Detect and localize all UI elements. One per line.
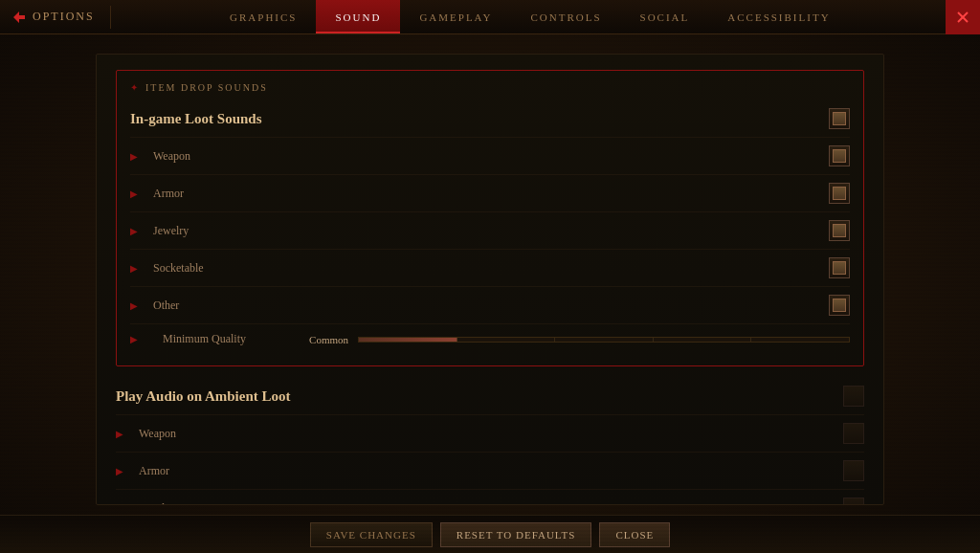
tab-sound[interactable]: Sound [316, 0, 400, 33]
armor-label: Armor [147, 187, 829, 201]
setting-row-other: ▶ Other [130, 287, 850, 324]
ambient-armor-label: Armor [133, 464, 843, 478]
close-icon [956, 11, 969, 24]
ambient-jewelry-chevron-icon: ▶ [116, 503, 129, 505]
options-label: OPTIONS [33, 10, 95, 24]
back-button[interactable]: OPTIONS [0, 0, 106, 33]
main-content: ✦ ITEM DROP SOUNDS In-game Loot Sounds ▶… [0, 34, 980, 515]
setting-row-ambient-jewelry: ▶ Jewelry [116, 490, 864, 504]
top-nav: OPTIONS Graphics Sound Gameplay Controls… [0, 0, 980, 34]
settings-scroll[interactable]: ✦ ITEM DROP SOUNDS In-game Loot Sounds ▶… [97, 55, 883, 504]
ambient-armor-checkbox[interactable] [843, 460, 864, 481]
setting-row-ambient-loot: Play Audio on Ambient Loot [116, 382, 864, 415]
slider-segments [359, 338, 849, 342]
other-label: Other [147, 299, 829, 313]
in-game-loot-checkbox[interactable] [829, 108, 850, 129]
weapon-chevron-icon: ▶ [130, 151, 144, 162]
ambient-loot-checkbox[interactable] [843, 386, 864, 407]
tab-accessibility[interactable]: Accessibility [708, 0, 849, 33]
minimum-quality-value: Common [301, 334, 348, 345]
setting-row-ambient-weapon: ▶ Weapon [116, 415, 864, 453]
slider-segment-4 [654, 338, 752, 342]
slider-segment-3 [555, 338, 654, 342]
bottom-bar: Save Changes Reset to Defaults Close [0, 515, 980, 553]
setting-row-ambient-armor: ▶ Armor [116, 453, 864, 490]
setting-row-weapon: ▶ Weapon [130, 138, 850, 175]
ambient-loot-label: Play Audio on Ambient Loot [116, 388, 843, 405]
setting-row-armor: ▶ Armor [130, 175, 850, 212]
ambient-weapon-checkbox[interactable] [843, 423, 864, 444]
section-title-item-drop: ITEM DROP SOUNDS [145, 82, 268, 93]
ambient-armor-chevron-icon: ▶ [116, 466, 129, 476]
close-button[interactable]: Close [599, 522, 670, 547]
nav-tabs: Graphics Sound Gameplay Controls Social … [115, 0, 946, 33]
quality-chevron-icon: ▶ [130, 334, 144, 344]
tab-social[interactable]: Social [621, 0, 709, 33]
armor-chevron-icon: ▶ [130, 188, 144, 199]
ambient-weapon-label: Weapon [133, 427, 843, 441]
slider-segment-5 [751, 338, 849, 342]
armor-checkbox[interactable] [829, 183, 850, 204]
ambient-jewelry-label: Jewelry [133, 501, 843, 505]
slider-segment-2 [457, 338, 556, 342]
settings-panel: ✦ ITEM DROP SOUNDS In-game Loot Sounds ▶… [96, 54, 884, 505]
tab-controls[interactable]: Controls [512, 0, 621, 33]
nav-close-button[interactable] [946, 0, 980, 34]
section-header-item-drop: ✦ ITEM DROP SOUNDS [130, 82, 850, 93]
ambient-weapon-chevron-icon: ▶ [116, 429, 129, 439]
svg-marker-0 [13, 11, 25, 23]
socketable-chevron-icon: ▶ [130, 263, 144, 274]
item-drop-sounds-section: ✦ ITEM DROP SOUNDS In-game Loot Sounds ▶… [116, 70, 864, 366]
other-chevron-icon: ▶ [130, 300, 144, 311]
save-changes-button[interactable]: Save Changes [310, 522, 433, 547]
ambient-jewelry-checkbox[interactable] [843, 498, 864, 504]
jewelry-checkbox[interactable] [829, 220, 850, 241]
minimum-quality-slider[interactable] [358, 337, 850, 343]
other-checkbox[interactable] [829, 295, 850, 316]
slider-segment-1 [359, 338, 457, 342]
in-game-loot-label: In-game Loot Sounds [130, 111, 829, 127]
jewelry-chevron-icon: ▶ [130, 226, 144, 236]
nav-divider [110, 6, 111, 29]
setting-row-in-game-loot: In-game Loot Sounds [130, 104, 850, 138]
back-arrow-icon [11, 10, 27, 25]
weapon-label: Weapon [147, 149, 829, 164]
socketable-label: Socketable [147, 261, 829, 276]
setting-row-socketable: ▶ Socketable [130, 250, 850, 287]
ambient-loot-section: Play Audio on Ambient Loot ▶ Weapon ▶ Ar… [116, 382, 864, 504]
tab-graphics[interactable]: Graphics [211, 0, 316, 33]
minimum-quality-label: Minimum Quality [157, 332, 291, 346]
jewelry-label: Jewelry [147, 224, 829, 238]
reset-defaults-button[interactable]: Reset to Defaults [440, 522, 592, 547]
socketable-checkbox[interactable] [829, 257, 850, 278]
setting-row-jewelry: ▶ Jewelry [130, 212, 850, 250]
section-icon-item-drop: ✦ [130, 82, 138, 93]
tab-gameplay[interactable]: Gameplay [400, 0, 511, 33]
minimum-quality-row: ▶ Minimum Quality Common [130, 324, 850, 354]
weapon-checkbox[interactable] [829, 145, 850, 166]
